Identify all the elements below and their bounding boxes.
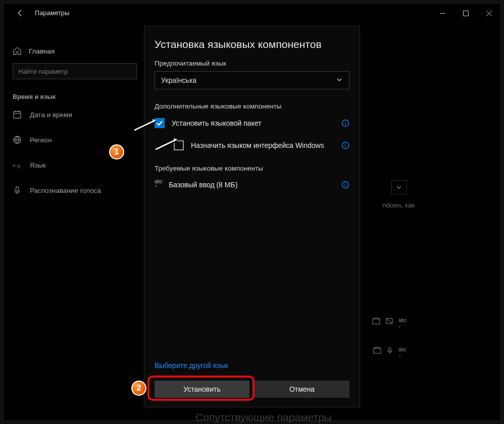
set-display-checkbox[interactable] — [174, 140, 184, 150]
svg-text:i: i — [344, 182, 345, 188]
dialog-title: Установка языковых компонентов — [155, 38, 349, 50]
settings-window: Параметры Главная Время и язык Дата и вр… — [3, 3, 501, 421]
choose-other-language-link[interactable]: Выберите другой язык — [155, 361, 228, 369]
option-set-display-language: Назначить языком интерфейса Windows i — [155, 139, 349, 151]
annotation-marker-2: 2 — [131, 381, 146, 396]
chevron-down-icon — [336, 76, 343, 85]
maximize-button[interactable] — [454, 5, 477, 21]
sidebar-item-datetime[interactable]: Дата и время — [13, 103, 139, 126]
preferred-language-dropdown[interactable]: Українська — [155, 71, 349, 89]
globe-icon — [13, 135, 22, 144]
preferred-language-value: Українська — [161, 76, 196, 84]
back-button[interactable] — [14, 7, 27, 20]
sidebar-home-label: Главная — [29, 47, 55, 55]
svg-rect-12 — [374, 348, 381, 353]
preferred-language-label: Предпочитаемый язык — [155, 60, 349, 67]
background-lang-icons-2: abc✓ — [373, 347, 407, 358]
sidebar-item-label: Распознавание голоса — [30, 187, 101, 194]
background-lang-icons-1: abc✓ — [372, 317, 407, 329]
required-item-label: Базовый ввод (8 МБ) — [169, 181, 237, 189]
cancel-button[interactable]: Отмена — [255, 381, 349, 398]
svg-text:A: A — [13, 163, 16, 168]
sidebar-item-label: Язык — [30, 162, 46, 169]
install-pack-label: Установить языковой пакет — [172, 119, 262, 127]
svg-text:i: i — [344, 143, 345, 148]
background-dropdown-fragment — [391, 180, 407, 194]
minimize-button[interactable] — [431, 5, 454, 21]
svg-rect-10 — [373, 319, 380, 324]
background-related-heading: Сопутствующие параметры — [195, 411, 332, 423]
svg-text:字: 字 — [17, 165, 21, 169]
svg-rect-9 — [16, 187, 19, 191]
sidebar: Главная Время и язык Дата и время Регион… — [13, 41, 139, 201]
option-install-language-pack: Установить языковой пакет i — [155, 117, 349, 129]
sidebar-item-speech[interactable]: Распознавание голоса — [13, 179, 139, 201]
info-icon[interactable]: i — [341, 119, 349, 127]
install-button[interactable]: Установить — [155, 381, 249, 398]
svg-text:i: i — [344, 121, 345, 126]
svg-rect-2 — [14, 112, 21, 118]
background-text-fragment: ndows, как — [382, 201, 415, 209]
svg-rect-1 — [463, 11, 468, 16]
svg-rect-13 — [389, 347, 391, 351]
close-button[interactable] — [477, 5, 500, 21]
language-icon: A字 — [13, 161, 22, 170]
info-icon[interactable]: i — [341, 181, 349, 189]
sidebar-section-heading: Время и язык — [13, 93, 139, 100]
sidebar-search-input[interactable] — [13, 63, 137, 79]
install-language-dialog: Установка языковых компонентов Предпочит… — [144, 26, 360, 407]
info-icon[interactable]: i — [341, 141, 349, 149]
required-basic-typing: abc✓ Базовый ввод (8 МБ) i — [155, 179, 349, 190]
install-pack-checkbox[interactable] — [155, 118, 165, 128]
microphone-icon — [13, 186, 22, 195]
app-title: Параметры — [35, 10, 69, 17]
sidebar-item-label: Регион — [30, 136, 52, 144]
optional-features-label: Дополнительные языковые компоненты — [155, 102, 349, 110]
home-icon — [13, 46, 22, 56]
sidebar-item-label: Дата и время — [30, 111, 72, 119]
required-features-label: Требуемые языковые компоненты — [155, 165, 349, 172]
titlebar: Параметры — [4, 4, 500, 23]
basic-typing-icon: abc✓ — [155, 179, 163, 190]
calendar-icon — [13, 110, 22, 119]
sidebar-home[interactable]: Главная — [13, 41, 139, 61]
dialog-buttons: Установить Отмена — [155, 381, 349, 398]
window-controls — [431, 5, 500, 21]
set-display-label: Назначить языком интерфейса Windows — [191, 141, 324, 149]
annotation-marker-1: 1 — [109, 144, 124, 160]
